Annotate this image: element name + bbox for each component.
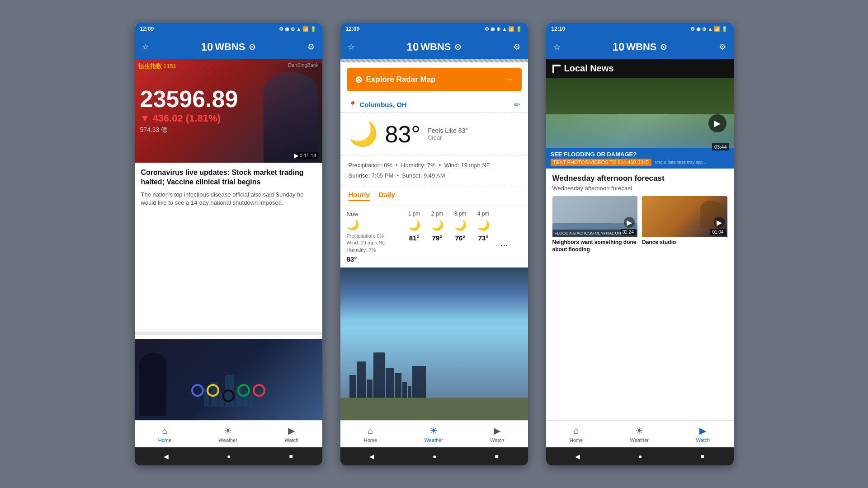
section-header: Local News	[546, 59, 734, 78]
home-icon-1: ⌂	[162, 426, 167, 436]
hour-now-time: Now	[347, 211, 359, 217]
recents-btn-2[interactable]: ■	[495, 453, 499, 460]
weather-icon-large: 🌙	[349, 120, 378, 148]
doppler-section[interactable]: Г Doppler 10 Weather	[340, 267, 528, 420]
thumb-title-2: Dance studio	[642, 239, 727, 246]
edit-icon[interactable]: ✏	[514, 100, 520, 109]
watch-icon-2: ▶	[494, 425, 500, 436]
main-news-image-1: 恒生指数 1151 DahSingBank 23596.89 ▼ 436.02 …	[135, 59, 322, 163]
weather-icon-3: ☀	[635, 425, 643, 436]
video-duration-main: 03:44	[712, 143, 729, 150]
android-nav-3: ◀ ● ■	[546, 447, 734, 465]
video-thumb-2[interactable]: ▶ 01:04 Dance studio	[642, 196, 727, 253]
nav-weather-1[interactable]: ☀ Weather	[219, 425, 237, 443]
location-text: 📍 Columbus, OH	[349, 101, 407, 109]
nav-weather-2[interactable]: ☀ Weather	[425, 425, 443, 443]
nav-weather-3[interactable]: ☀ Weather	[630, 425, 649, 443]
nav-home-3[interactable]: ⌂ Home	[570, 426, 583, 443]
time-2: 12:09	[346, 26, 360, 32]
olympics-rings	[191, 384, 265, 402]
status-icons-2: ⚙ ◉ ⊕ ▲ 📶 🔋	[485, 26, 522, 32]
home-btn-2[interactable]: ●	[433, 453, 436, 460]
weather-tabs: Hourly Daily	[340, 186, 528, 206]
nav-watch-3[interactable]: ▶ Watch	[696, 425, 710, 443]
main-video-3[interactable]: SEE FLOODING OR DAMAGE? TEXT PHOTOS/VIDE…	[546, 78, 734, 169]
thumb-play-1[interactable]: ▶	[624, 217, 635, 228]
video-thumbs: FLOODING ACROSS CENTRAL OHIO ▶ 02:24 Nei…	[546, 196, 734, 258]
hour-overflow: …	[495, 211, 514, 263]
news-summary-1: The nation's top infectious disease offi…	[141, 191, 316, 207]
back-btn-2[interactable]: ◀	[369, 453, 374, 460]
forecast-title: Wednesday afternoon forecast	[546, 169, 734, 185]
cbs-icon-1: ⊙	[249, 42, 255, 52]
app-header-2: ☆ 10 WBNS ⊙ ⚙	[340, 35, 528, 59]
other-hours: 1 pm 🌙 81° 2 pm 🌙 79° 3 pm 🌙 76° 4 pm 🌙	[403, 211, 514, 263]
thumb-title-1: Neighbors want something done about floo…	[552, 239, 638, 253]
time-1: 12:09	[140, 26, 154, 32]
recents-btn-3[interactable]: ■	[701, 453, 704, 460]
favorite-icon-1[interactable]: ☆	[142, 42, 149, 52]
watch-icon-1: ▶	[288, 425, 295, 436]
back-btn-3[interactable]: ◀	[575, 453, 580, 460]
bottom-nav-2: ⌂ Home ☀ Weather ▶ Watch	[340, 420, 528, 447]
android-nav-2: ◀ ● ■	[340, 447, 528, 465]
settings-icon-3[interactable]: ⚙	[719, 42, 726, 52]
status-bar-3: 12:10 ⚙ ◉ ⊕ ▲ 📶 🔋	[546, 23, 734, 35]
thumb-play-2[interactable]: ▶	[714, 217, 725, 228]
home-icon-3: ⌂	[573, 426, 579, 436]
precip-wind-humidity: Precipitation: 0% • Humidity: 7% • Wind:…	[349, 160, 520, 170]
hour-1pm: 1 pm 🌙 81°	[403, 211, 426, 263]
phone-1: 12:09 ⚙ ◉ ⊕ ▲ 📶 🔋 ☆ 10 WBNS ⊙ ⚙ 恒生指数 115…	[135, 23, 322, 465]
home-btn-1[interactable]: ●	[227, 453, 231, 460]
video-thumb-1[interactable]: FLOODING ACROSS CENTRAL OHIO ▶ 02:24 Nei…	[552, 196, 638, 253]
weather-icon-2: ☀	[429, 425, 438, 436]
favorite-icon-3[interactable]: ☆	[553, 42, 561, 52]
hour-3pm: 3 pm 🌙 76°	[449, 211, 472, 263]
logo-1: 10 WBNS ⊙	[201, 41, 256, 53]
nav-home-1[interactable]: ⌂ Home	[158, 426, 171, 443]
divider-1	[135, 332, 322, 335]
radar-icon: ⊛	[355, 74, 363, 85]
favorite-icon-2[interactable]: ☆	[348, 42, 355, 52]
section-icon	[552, 65, 561, 73]
second-news-image-1[interactable]	[135, 339, 322, 420]
app-header-1: ☆ 10 WBNS ⊙ ⚙	[135, 35, 322, 59]
forecast-sub: Wednesday afternoon forecast	[546, 185, 734, 196]
weather-details: Precipitation: 0% • Humidity: 7% • Wind:…	[340, 155, 528, 186]
nav-watch-1[interactable]: ▶ Watch	[284, 425, 298, 443]
android-nav-1: ◀ ● ■	[135, 447, 322, 465]
explore-radar-btn[interactable]: ⊛ Explore Radar Map →	[347, 68, 522, 91]
section-title: Local News	[564, 63, 614, 74]
play-overlay-main[interactable]: ▶	[708, 114, 726, 132]
tab-hourly[interactable]: Hourly	[349, 191, 370, 201]
thumb-duration-1: 02:24	[621, 229, 636, 235]
home-btn-3[interactable]: ●	[638, 453, 642, 460]
thumb-bg-1: FLOODING ACROSS CENTRAL OHIO ▶ 02:24	[552, 196, 638, 237]
phone-3: 12:10 ⚙ ◉ ⊕ ▲ 📶 🔋 ☆ 10 WBNS ⊙ ⚙ Local Ne…	[546, 23, 734, 465]
flood-disclaimer: Msg & data rates may app...	[655, 160, 706, 164]
weather-icon-1: ☀	[224, 425, 232, 436]
home-icon-2: ⌂	[368, 426, 373, 436]
settings-icon-1[interactable]: ⚙	[307, 42, 315, 52]
flood-phone: TEXT PHOTOS/VIDEOS TO 614-460-3345	[551, 159, 651, 166]
watch-icon-3: ▶	[699, 425, 706, 436]
thumb-bg-2: ▶ 01:04	[642, 196, 727, 237]
play-icon-1[interactable]: ▶	[294, 152, 299, 159]
video-duration-1: 0:11:14	[297, 152, 319, 159]
doppler-bg: Г Doppler 10 Weather	[340, 267, 528, 420]
back-btn-1[interactable]: ◀	[164, 453, 169, 460]
bottom-nav-3: ⌂ Home ☀ Weather ▶ Watch	[546, 420, 734, 447]
settings-icon-2[interactable]: ⚙	[513, 42, 520, 52]
nav-home-2[interactable]: ⌂ Home	[364, 426, 377, 443]
flood-overlay: SEE FLOODING OR DAMAGE? TEXT PHOTOS/VIDE…	[546, 148, 734, 169]
sunrise-sunset: Sunrise: 7:05 PM • Sunset: 9:49 AM	[349, 170, 520, 181]
tab-daily[interactable]: Daily	[379, 191, 395, 201]
hour-now-detail: Precipitation: 0% Wind: 19 mph NE Humidi…	[347, 233, 386, 253]
nav-watch-2[interactable]: ▶ Watch	[490, 425, 504, 443]
app-header-3: ☆ 10 WBNS ⊙ ⚙	[546, 35, 734, 59]
phones-container: 12:09 ⚙ ◉ ⊕ ▲ 📶 🔋 ☆ 10 WBNS ⊙ ⚙ 恒生指数 115…	[0, 0, 868, 488]
phone3-content: Local News SEE FLOODING OR DAMAGE? TEXT …	[546, 59, 734, 420]
recents-btn-1[interactable]: ■	[289, 453, 293, 460]
weather-stripe	[340, 59, 528, 62]
news-headline-1[interactable]: Coronavirus live updates: Stock market t…	[141, 168, 316, 187]
